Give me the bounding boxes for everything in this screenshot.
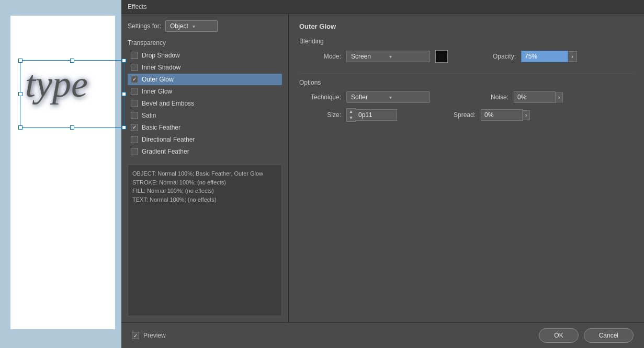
handle-bm — [70, 125, 74, 130]
summary-line-3: FILL: Normal 100%; (no effects) — [132, 187, 277, 195]
dialog-buttons: OK Cancel — [539, 328, 634, 343]
opacity-input[interactable] — [521, 51, 568, 62]
effect-label-inner-glow: Inner Glow — [142, 88, 172, 95]
size-label: Size: — [299, 111, 341, 119]
effect-checkbox-gradient-feather[interactable] — [131, 148, 138, 155]
handle-bl — [18, 125, 22, 130]
divider-1 — [299, 73, 634, 74]
effect-item-gradient-feather[interactable]: Gradient Feather — [128, 146, 282, 157]
technique-label: Technique: — [299, 94, 341, 101]
effect-item-directional-feather[interactable]: Directional Feather — [128, 134, 282, 145]
mode-dropdown[interactable]: Screen ▾ — [346, 51, 430, 62]
effect-checkbox-inner-glow[interactable] — [131, 88, 138, 95]
spread-label: Spread: — [444, 111, 476, 119]
technique-value: Softer — [351, 94, 387, 101]
effect-checkbox-satin[interactable] — [131, 112, 138, 119]
effect-checkbox-drop-shadow[interactable] — [131, 52, 138, 59]
preview-label: Preview — [143, 332, 166, 339]
effect-label-drop-shadow: Drop Shadow — [142, 52, 180, 59]
noise-field-wrap: › — [514, 91, 563, 103]
panel-title: Outer Glow — [299, 22, 634, 30]
handle-tl — [18, 59, 22, 63]
canvas-area: type — [0, 0, 121, 348]
canvas-white: type — [10, 16, 115, 329]
preview-checkbox[interactable] — [132, 332, 139, 339]
noise-label: Noise: — [477, 94, 509, 101]
opacity-label: Opacity: — [484, 53, 516, 60]
effect-label-inner-shadow: Inner Shadow — [142, 64, 180, 71]
effect-label-bevel-emboss: Bevel and Emboss — [142, 100, 194, 107]
noise-chevron-btn[interactable]: › — [556, 92, 563, 102]
summary-line-4: TEXT: Normal 100%; (no effects) — [132, 195, 277, 204]
effects-list: Drop Shadow Inner Shadow Outer Glow Inne… — [128, 50, 282, 157]
effect-item-outer-glow[interactable]: Outer Glow — [128, 74, 282, 85]
noise-input[interactable] — [514, 91, 556, 103]
handle-tr — [122, 59, 126, 63]
mode-row: Mode: Screen ▾ Opacity: › — [299, 50, 634, 63]
mode-label: Mode: — [299, 53, 341, 60]
effect-label-satin: Satin — [142, 112, 156, 119]
effect-item-basic-feather[interactable]: Basic Feather — [128, 122, 282, 133]
effect-checkbox-outer-glow[interactable] — [131, 76, 138, 83]
dialog-body: Settings for: Object ▾ Transparency Drop… — [121, 14, 644, 322]
effect-label-outer-glow: Outer Glow — [142, 76, 174, 83]
size-down-btn[interactable]: ▼ — [347, 115, 355, 121]
summary-box: OBJECT: Normal 100%; Basic Feather, Oute… — [128, 165, 282, 316]
opacity-chevron-btn[interactable]: › — [568, 51, 577, 62]
preview-row: Preview — [132, 332, 166, 339]
size-up-btn[interactable]: ▲ — [347, 109, 355, 115]
left-panel: Settings for: Object ▾ Transparency Drop… — [121, 14, 289, 322]
selection-box — [20, 60, 125, 128]
color-swatch[interactable] — [435, 50, 448, 63]
effect-label-gradient-feather: Gradient Feather — [142, 148, 189, 155]
effect-item-bevel-emboss[interactable]: Bevel and Emboss — [128, 98, 282, 109]
effect-item-drop-shadow[interactable]: Drop Shadow — [128, 50, 282, 61]
size-input[interactable] — [355, 109, 397, 121]
settings-for-label: Settings for: — [128, 22, 161, 30]
effect-checkbox-basic-feather[interactable] — [131, 124, 138, 131]
effect-label-basic-feather: Basic Feather — [142, 124, 180, 131]
effect-item-inner-shadow[interactable]: Inner Shadow — [128, 62, 282, 73]
effect-checkbox-inner-shadow[interactable] — [131, 64, 138, 71]
opacity-field-wrap: › — [521, 51, 577, 62]
size-row: Size: ▲ ▼ Spread: › — [299, 108, 634, 122]
handle-ml — [18, 92, 22, 96]
options-header: Options — [299, 79, 634, 86]
effect-item-inner-glow[interactable]: Inner Glow — [128, 86, 282, 97]
handle-br — [122, 125, 126, 130]
handle-tm — [70, 59, 74, 63]
handle-mr — [122, 92, 126, 96]
effect-checkbox-bevel-emboss[interactable] — [131, 100, 138, 107]
size-field-wrap: ▲ ▼ — [346, 108, 397, 122]
cancel-button[interactable]: Cancel — [584, 328, 634, 343]
right-panel: Outer Glow Blending Mode: Screen ▾ Opaci… — [289, 14, 644, 322]
dialog-title: Effects — [128, 3, 146, 10]
blending-header: Blending — [299, 38, 634, 45]
spread-input[interactable] — [481, 109, 523, 121]
transparency-label: Transparency — [128, 39, 282, 47]
mode-arrow-icon: ▾ — [389, 54, 425, 60]
summary-line-2: STROKE: Normal 100%; (no effects) — [132, 178, 277, 187]
settings-for-arrow: ▾ — [193, 24, 213, 29]
dialog-bottom: Preview OK Cancel — [121, 322, 644, 348]
settings-for-value: Object — [170, 22, 190, 30]
technique-dropdown[interactable]: Softer ▾ — [346, 91, 430, 103]
spread-field-wrap: › — [481, 109, 530, 121]
effect-checkbox-directional-feather[interactable] — [131, 136, 138, 143]
spread-chevron-btn[interactable]: › — [523, 110, 530, 120]
summary-line-1: OBJECT: Normal 100%; Basic Feather, Oute… — [132, 169, 277, 178]
mode-value: Screen — [351, 53, 387, 60]
dialog-titlebar: Effects — [121, 0, 644, 14]
effect-label-directional-feather: Directional Feather — [142, 136, 195, 143]
technique-arrow-icon: ▾ — [389, 95, 425, 100]
settings-for-row: Settings for: Object ▾ — [128, 20, 282, 32]
ok-button[interactable]: OK — [539, 328, 578, 343]
effects-dialog: Effects Settings for: Object ▾ Transpare… — [121, 0, 644, 348]
effect-item-satin[interactable]: Satin — [128, 110, 282, 121]
settings-for-dropdown[interactable]: Object ▾ — [165, 20, 218, 32]
technique-row: Technique: Softer ▾ Noise: › — [299, 91, 634, 103]
size-stepper[interactable]: ▲ ▼ — [346, 108, 356, 122]
